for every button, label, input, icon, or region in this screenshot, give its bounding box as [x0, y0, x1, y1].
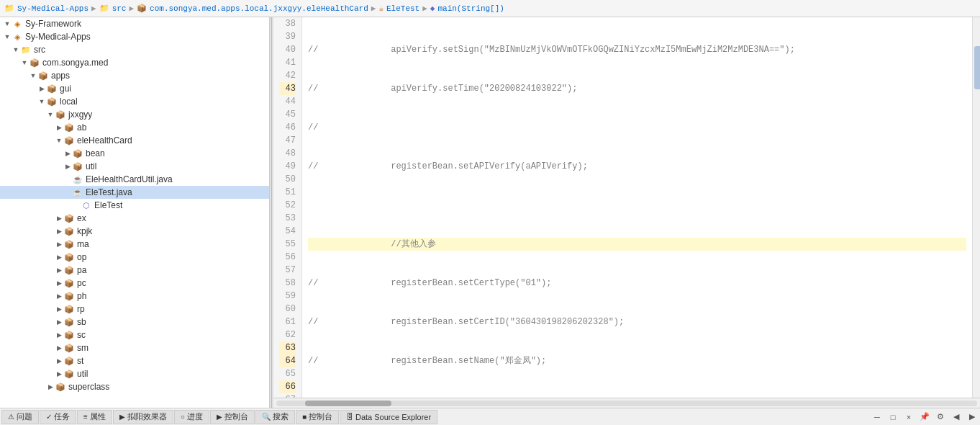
minimize-icon[interactable]: ─ [871, 411, 884, 424]
tree-item-eletest-class[interactable]: ⬡ EleTest [0, 199, 269, 212]
tree-label: pc [77, 278, 86, 288]
tree-item-sy-medical-apps[interactable]: ▼ ◈ Sy-Medical-Apps [0, 30, 269, 43]
tree-item-util2[interactable]: ▶ 📦 util [0, 367, 269, 380]
tab-label: 任务 [54, 411, 70, 422]
expand-arrow: ▼ [55, 136, 63, 145]
ln-61: 61 [279, 316, 296, 328]
ln-45: 45 [279, 108, 296, 121]
expand-arrow: ▶ [55, 370, 63, 378]
tree-item-op[interactable]: ▶ 📦 op [0, 251, 269, 264]
tree-item-ph[interactable]: ▶ 📦 ph [0, 290, 269, 303]
code-container[interactable]: 38 39 40 41 42 43 44 45 46 47 48 49 50 5… [273, 17, 980, 398]
bc-src[interactable]: src [112, 4, 127, 13]
package-icon: 📦 [63, 251, 75, 263]
tree-item-sb[interactable]: ▶ 📦 sb [0, 316, 269, 328]
tree-item-gui[interactable]: ▶ 📦 gui [0, 82, 269, 95]
expand-arrow: ▼ [37, 97, 46, 106]
simulator-icon: ▶ [119, 413, 125, 421]
tree-label: sc [77, 330, 86, 340]
tree-item-jxxgyy[interactable]: ▼ 📦 jxxgyy [0, 108, 269, 121]
tab-tasks[interactable]: ✓ 任务 [40, 410, 76, 424]
tab-datasource[interactable]: 🗄 Data Source Explorer [340, 410, 437, 424]
tree-item-elehealthcardutil-java[interactable]: ☕ EleHealthCardUtil.java [0, 173, 269, 186]
h-scrollbar-thumb[interactable] [305, 401, 391, 406]
arrow-left-icon[interactable]: ◀ [950, 411, 963, 424]
tree-item-kpjk[interactable]: ▶ 📦 kpjk [0, 225, 269, 238]
tree-item-eletest-java[interactable]: ☕ EleTest.java [0, 186, 269, 199]
tab-label: 属性 [90, 411, 106, 422]
tree-item-ma[interactable]: ▶ 📦 ma [0, 238, 269, 251]
code-content[interactable]: // apiVerify.setSign("MzBINmUzMjVkOWVmOT… [302, 17, 972, 398]
bc-sy-medical-apps[interactable]: Sy-Medical-Apps [17, 4, 89, 13]
tab-search[interactable]: 🔍 搜索 [255, 410, 295, 424]
tree-item-pc[interactable]: ▶ 📦 pc [0, 277, 269, 290]
package-icon: 📦 [63, 355, 75, 367]
tree-item-sy-framework[interactable]: ▼ ◈ Sy-Framework [0, 17, 269, 30]
bc-package[interactable]: com.songya.med.apps.local.jxxgyy.eleHeal… [150, 4, 368, 13]
package-icon: 📦 [55, 381, 66, 393]
file-tree-sidebar[interactable]: ▼ ◈ Sy-Framework ▼ ◈ Sy-Medical-Apps ▼ 📁… [0, 17, 270, 408]
bc-main[interactable]: main(String[]) [437, 4, 504, 13]
tab-label: 进度 [187, 411, 203, 422]
tree-item-ex[interactable]: ▶ 📦 ex [0, 212, 269, 225]
close-icon[interactable]: × [902, 411, 915, 424]
package-icon: 📦 [63, 342, 75, 354]
tree-label: Sy-Framework [25, 19, 81, 29]
tree-item-local[interactable]: ▼ 📦 local [0, 95, 269, 108]
arrow-right-icon[interactable]: ▶ [966, 411, 979, 424]
ln-39: 39 [279, 30, 296, 43]
tree-item-rp[interactable]: ▶ 📦 rp [0, 303, 269, 316]
ln-42: 42 [279, 69, 296, 82]
tree-item-src[interactable]: ▼ 📁 src [0, 43, 269, 56]
tree-item-pa[interactable]: ▶ 📦 pa [0, 264, 269, 277]
bc-eletest[interactable]: EleTest [386, 4, 419, 13]
horizontal-scrollbar[interactable] [273, 398, 980, 408]
editor-vscroll-thumb[interactable] [974, 46, 980, 89]
java-file-icon: ☕ [72, 174, 83, 185]
tab-panel[interactable]: ▶ 控制台 [210, 410, 255, 424]
editor-vertical-scrollbar[interactable] [972, 17, 980, 398]
ln-38: 38 [279, 17, 296, 30]
tree-label: EleHealthCardUtil.java [86, 174, 173, 184]
tree-label: eleHealthCard [77, 135, 132, 146]
package-icon: 📦 [63, 277, 75, 289]
tree-item-com-songya-med[interactable]: ▼ 📦 com.songya.med [0, 56, 269, 69]
tree-item-sc[interactable]: ▶ 📦 sc [0, 328, 269, 341]
package-icon: 📦 [63, 122, 75, 133]
tree-item-superclass[interactable]: ▶ 📦 superclass [0, 380, 269, 393]
code-line-41: // registerBean.setAPIVerify(aAPIVerify)… [308, 160, 966, 173]
expand-arrow: ▶ [63, 162, 72, 171]
tab-label: 拟阳效果器 [127, 411, 167, 422]
maximize-icon[interactable]: □ [886, 411, 899, 424]
bc-method-icon: ◆ [430, 4, 435, 13]
ln-65: 65 [279, 367, 296, 380]
expand-arrow: ▼ [3, 19, 12, 28]
settings-icon[interactable]: ⚙ [934, 411, 947, 424]
expand-arrow: ▶ [55, 227, 63, 236]
tree-label: pa [77, 265, 86, 275]
tree-item-util[interactable]: ▶ 📦 util [0, 160, 269, 173]
ln-50: 50 [279, 173, 296, 186]
package-icon: 📦 [72, 161, 83, 172]
tab-progress[interactable]: ○ 进度 [174, 410, 209, 424]
ln-66: 66 [279, 380, 296, 393]
tab-simulator[interactable]: ▶ 拟阳效果器 [113, 410, 173, 424]
tree-item-st[interactable]: ▶ 📦 st [0, 354, 269, 367]
tab-console[interactable]: ■ 控制台 [296, 410, 339, 424]
tree-label: com.songya.med [42, 58, 108, 68]
expand-arrow: ▶ [55, 292, 63, 300]
ln-52: 52 [279, 199, 296, 212]
expand-arrow: ▶ [55, 357, 63, 365]
pin-icon[interactable]: 📌 [918, 411, 931, 424]
tree-item-ab[interactable]: ▶ 📦 ab [0, 121, 269, 134]
h-scrollbar-track[interactable] [276, 401, 977, 406]
tree-item-eleHealthCard[interactable]: ▼ 📦 eleHealthCard [0, 134, 269, 147]
tree-item-bean[interactable]: ▶ 📦 bean [0, 147, 269, 160]
expand-arrow: ▶ [46, 382, 55, 391]
tree-item-apps[interactable]: ▼ 📦 apps [0, 69, 269, 82]
tab-properties[interactable]: ≡ 属性 [77, 410, 112, 424]
src-folder-icon: 📁 [20, 44, 32, 55]
tree-item-sm[interactable]: ▶ 📦 sm [0, 341, 269, 354]
tab-problems[interactable]: ⚠ 问题 [1, 410, 39, 424]
expand-arrow: ▶ [55, 318, 63, 326]
